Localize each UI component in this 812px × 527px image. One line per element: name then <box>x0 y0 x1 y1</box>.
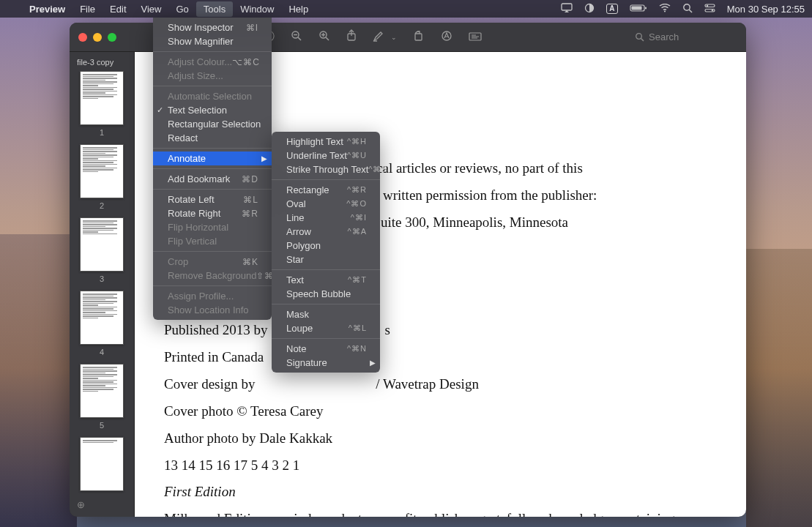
svg-point-9 <box>707 4 708 6</box>
thumbnail-page-5[interactable]: 5 <box>70 364 134 430</box>
wifi-icon[interactable] <box>659 3 671 15</box>
zoom-out-icon[interactable] <box>291 30 302 45</box>
menu-window[interactable]: Window <box>233 1 281 17</box>
menu-item-label: Rectangular Selection <box>168 119 261 130</box>
control-toggle-icon[interactable] <box>584 3 595 15</box>
menu-item-underline-text[interactable]: Underline Text^⌘U <box>272 149 380 162</box>
menu-separator <box>272 304 380 304</box>
zoom-in-icon[interactable] <box>319 30 330 45</box>
menu-item-add-bookmark[interactable]: Add Bookmark⌘D <box>153 172 272 186</box>
menubar: Preview File Edit View Go Tools Window H… <box>0 0 812 18</box>
menu-item-label: Arrow <box>286 226 348 237</box>
menu-go[interactable]: Go <box>168 1 195 17</box>
highlight-dropdown-icon[interactable]: ⌄ <box>391 34 397 41</box>
menu-shortcut: ⌘D <box>242 174 258 184</box>
menu-item-rotate-left[interactable]: Rotate Left⌘L <box>153 193 272 206</box>
menu-item-show-magnifier[interactable]: Show Magnifier <box>153 34 272 48</box>
menu-item-line[interactable]: Line^⌘I <box>272 211 380 225</box>
search-placeholder: Search <box>649 31 679 42</box>
menu-separator <box>153 251 272 252</box>
menu-item-mask[interactable]: Mask <box>272 307 380 321</box>
menu-item-label: Note <box>286 343 347 354</box>
menu-item-rotate-right[interactable]: Rotate Right⌘R <box>153 206 272 220</box>
menu-separator <box>153 168 272 169</box>
menu-item-label: Signature <box>286 357 367 368</box>
menu-item-show-inspector[interactable]: Show Inspector⌘I <box>153 20 272 34</box>
thumbnail-page-4[interactable]: 4 <box>70 291 134 356</box>
menu-item-label: Show Location Info <box>168 304 258 315</box>
clock[interactable]: Mon 30 Sep 12:55 <box>727 4 805 15</box>
menu-item-highlight-text[interactable]: Highlight Text^⌘H <box>272 135 380 149</box>
menu-item-polygon[interactable]: Polygon <box>272 239 380 253</box>
menu-separator <box>153 285 272 286</box>
menu-item-label: Remove Background <box>168 270 256 281</box>
submenu-arrow-icon: ▶ <box>261 154 267 162</box>
screen-mirroring-icon[interactable] <box>561 3 573 15</box>
control-centre-icon[interactable] <box>704 3 715 15</box>
menu-item-loupe[interactable]: Loupe^⌘L <box>272 321 380 335</box>
menu-item-adjust-size: Adjust Size... <box>153 69 272 83</box>
thumbnail-page-6[interactable] <box>70 437 134 491</box>
menu-item-crop: Crop⌘K <box>153 255 272 269</box>
menu-edit[interactable]: Edit <box>103 1 133 17</box>
highlight-icon[interactable] <box>373 30 384 45</box>
app-menu[interactable]: Preview <box>22 1 72 17</box>
thumbnail-number: 2 <box>70 201 134 210</box>
rotate-icon[interactable] <box>413 30 425 45</box>
menu-item-strike-through-text[interactable]: Strike Through Text^⌘S <box>272 162 380 176</box>
menu-item-rectangular-selection[interactable]: Rectangular Selection <box>153 117 272 131</box>
menu-item-text-selection[interactable]: ✓Text Selection <box>153 103 272 117</box>
menu-item-label: Show Inspector <box>168 22 246 33</box>
menu-item-automatic-selection: Automatic Selection <box>153 89 272 103</box>
menu-item-label: Flip Vertical <box>168 236 258 247</box>
close-button[interactable] <box>78 33 87 42</box>
svg-rect-4 <box>645 7 647 10</box>
menu-shortcut: ⌘R <box>242 209 258 219</box>
svg-line-7 <box>689 10 692 12</box>
share-icon[interactable] <box>346 29 357 45</box>
menu-shortcut: ⌥⌘C <box>232 57 260 67</box>
zoom-button[interactable] <box>108 33 116 42</box>
thumbnail-page-1[interactable]: 1 <box>70 71 134 137</box>
menu-item-oval[interactable]: Oval^⌘O <box>272 197 380 211</box>
menu-view[interactable]: View <box>134 1 169 17</box>
sidebar-title: file-3 copy <box>70 56 134 71</box>
menu-item-label: Oval <box>286 198 346 209</box>
menu-shortcut: ⌘L <box>243 195 258 205</box>
spotlight-icon[interactable] <box>682 3 693 15</box>
menu-item-label: Adjust Colour... <box>168 56 232 67</box>
menu-item-text[interactable]: Text^⌘T <box>272 273 380 287</box>
menu-item-label: Automatic Selection <box>168 91 258 102</box>
menu-file[interactable]: File <box>72 1 103 17</box>
markup-icon[interactable] <box>441 30 452 45</box>
minimize-button[interactable] <box>93 33 102 42</box>
menu-item-annotate[interactable]: Annotate▶ <box>153 152 272 165</box>
menu-item-star[interactable]: Star <box>272 253 380 266</box>
menu-item-signature[interactable]: Signature▶ <box>272 356 380 370</box>
menu-tools[interactable]: Tools <box>196 1 233 17</box>
menu-item-note[interactable]: Note^⌘N <box>272 342 380 356</box>
add-page-icon[interactable]: ⊕ <box>77 499 85 510</box>
thumbnail-page-2[interactable]: 2 <box>70 144 134 210</box>
thumbnail-number: 4 <box>70 348 134 356</box>
menu-shortcut: ^⌘A <box>348 227 368 236</box>
menu-help[interactable]: Help <box>281 1 316 17</box>
thumbnail-page-3[interactable]: 3 <box>70 217 134 283</box>
thumbnail-number: 1 <box>70 128 134 137</box>
menu-shortcut: ⌘K <box>242 257 258 267</box>
menu-item-adjust-colour: Adjust Colour...⌥⌘C <box>153 55 272 69</box>
menu-item-speech-bubble[interactable]: Speech Bubble <box>272 287 380 301</box>
menu-item-label: Rotate Left <box>168 194 243 205</box>
menu-item-redact[interactable]: Redact <box>153 131 272 145</box>
search-field[interactable]: Search <box>635 31 737 42</box>
menu-item-rectangle[interactable]: Rectangle^⌘R <box>272 183 380 197</box>
battery-icon[interactable] <box>630 3 647 15</box>
menu-item-arrow[interactable]: Arrow^⌘A <box>272 225 380 239</box>
menu-item-flip-vertical: Flip Vertical <box>153 234 272 248</box>
menu-item-label: Polygon <box>286 240 367 251</box>
menu-item-label: Crop <box>168 256 242 267</box>
form-icon[interactable] <box>469 31 482 44</box>
svg-line-29 <box>641 39 644 42</box>
svg-rect-22 <box>415 34 422 40</box>
input-source-icon[interactable]: A <box>606 4 618 14</box>
